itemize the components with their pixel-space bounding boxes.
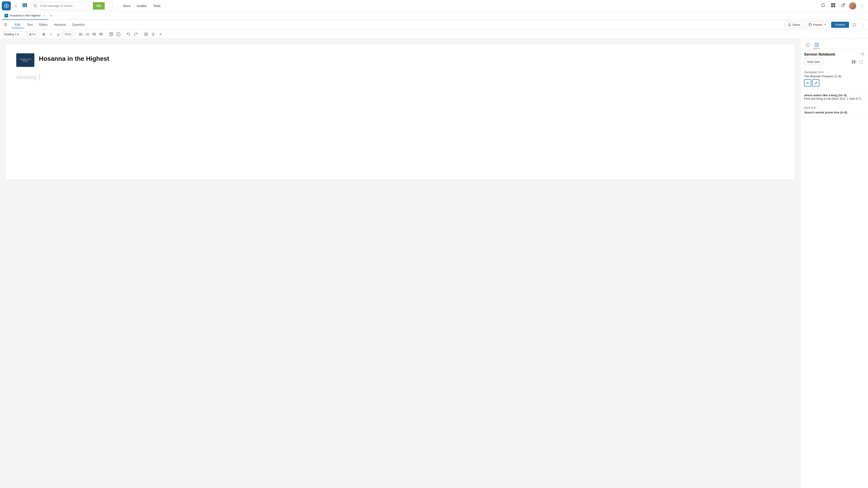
svg-rect-8 <box>833 3 835 5</box>
svg-line-6 <box>36 6 37 7</box>
editor-tab-section: Edit Text Slides Handout Question <box>12 22 88 28</box>
indent-decrease-icon <box>92 33 96 36</box>
export-button[interactable] <box>143 31 149 37</box>
indent-increase-button[interactable] <box>98 31 104 37</box>
note-content-3: Jesus's words prove true (4–6). <box>804 111 864 114</box>
export-icon <box>144 33 148 36</box>
doc-thumbnail: HOSANNA IN THE HIGHEST <box>16 53 34 67</box>
tab-title: Hosanna in the Highest <box>10 14 40 17</box>
tab-close-button[interactable]: × <box>42 13 46 18</box>
user-avatar[interactable] <box>849 2 856 9</box>
share-button[interactable]: Share <box>784 22 804 28</box>
indent-increase-icon <box>99 33 103 36</box>
import-icon <box>806 81 809 85</box>
menu-icon: ☰ <box>4 23 7 27</box>
search-input[interactable] <box>39 3 93 9</box>
toolbar-more-button[interactable]: ⋮ <box>860 22 866 28</box>
publish-button[interactable]: Publish <box>831 22 849 28</box>
font-size-selector[interactable]: A A ▾ <box>28 31 37 37</box>
sidebar-expand-button[interactable] <box>858 59 864 65</box>
nav-divider <box>118 2 118 9</box>
sidebar-search-button[interactable] <box>861 52 864 57</box>
go-button[interactable]: GO <box>93 2 105 9</box>
svg-line-53 <box>863 55 864 55</box>
share-icon <box>788 23 791 26</box>
undo-button[interactable] <box>125 31 132 37</box>
active-tab[interactable]: S Hosanna in the Highest × <box>2 12 49 20</box>
thumbnail-text: HOSANNA IN THE HIGHEST <box>18 58 33 62</box>
table-button[interactable] <box>108 31 114 37</box>
fill-in-button[interactable]: Fill-in <box>62 32 74 37</box>
note-import-button-1[interactable] <box>804 79 811 87</box>
info-button[interactable] <box>851 22 858 28</box>
preach-button[interactable]: Preach <box>805 22 829 28</box>
tab-handout[interactable]: Handout <box>51 22 69 28</box>
tab-text[interactable]: Text <box>24 22 36 28</box>
doc-header: HOSANNA IN THE HIGHEST Hosanna in the Hi… <box>16 53 784 67</box>
more-menu-button[interactable]: ⋮ <box>858 2 866 10</box>
search-icon <box>861 52 864 56</box>
new-note-button[interactable]: New note <box>804 59 823 65</box>
info-icon <box>852 23 856 27</box>
pin-button[interactable] <box>150 31 156 37</box>
unordered-list-button[interactable] <box>78 31 84 37</box>
tab-add-button[interactable]: + <box>49 14 54 18</box>
tools-button[interactable]: Tools <box>150 3 163 9</box>
underline-button[interactable]: U <box>55 31 61 37</box>
library-button[interactable] <box>21 2 29 10</box>
numbered-list-icon: 1. 2. 3. <box>86 33 89 36</box>
svg-rect-56 <box>852 62 853 64</box>
sidebar-info-tab[interactable] <box>804 41 811 49</box>
sidebar-notebook-tab[interactable] <box>813 41 820 49</box>
external-link-button[interactable] <box>839 2 847 10</box>
svg-rect-57 <box>854 62 855 64</box>
note-entry-3[interactable]: Zech 9:9 Jesus's words prove true (4–6). <box>800 103 868 117</box>
indent-decrease-button[interactable] <box>91 31 97 37</box>
list-buttons: 1. 2. 3. <box>78 31 104 37</box>
tab-edit[interactable]: Edit <box>12 22 24 28</box>
italic-button[interactable]: I <box>48 31 54 37</box>
guides-button[interactable]: Guides <box>134 3 149 9</box>
view-toggle-icon <box>852 60 855 64</box>
svg-rect-9 <box>831 5 833 7</box>
note-entry-1[interactable]: Zechariah 14:4 The Messiah Prepares (1–6… <box>800 68 868 90</box>
redo-icon <box>134 33 138 36</box>
tab-doc-icon: S <box>4 14 8 18</box>
bold-button[interactable]: B <box>41 31 47 37</box>
redo-button[interactable] <box>133 31 139 37</box>
note-body-2: Find and bring a colt (Num 19:2; 1 Sam 6… <box>804 97 864 100</box>
refresh-button[interactable] <box>819 2 827 10</box>
docs-button[interactable]: Docs <box>121 3 133 9</box>
nav-right: ⋮ <box>819 2 866 10</box>
preach-icon <box>809 23 812 26</box>
special-char-icon: ? <box>117 33 120 36</box>
layout-button[interactable] <box>829 2 837 10</box>
font-size-chevron: ▾ <box>34 33 35 36</box>
sidebar-toggle-button[interactable]: ☰ <box>2 21 9 29</box>
avatar-image <box>849 2 856 9</box>
tab-question[interactable]: Question <box>69 22 88 28</box>
note-edit-button-1[interactable] <box>812 79 819 87</box>
editor-area[interactable]: HOSANNA IN THE HIGHEST Hosanna in the Hi… <box>0 39 800 488</box>
clear-format-button[interactable]: ✕ <box>157 31 164 37</box>
font-size-icon: A <box>29 33 31 36</box>
note-entry-2[interactable]: Jesus enters like a king (1b–3). Find an… <box>800 90 868 103</box>
home-button[interactable]: ⌂ <box>12 2 20 10</box>
app-logo[interactable] <box>2 1 11 10</box>
external-link-icon <box>841 3 845 8</box>
special-button[interactable]: ? <box>115 31 122 37</box>
svg-rect-54 <box>852 60 853 62</box>
ordered-list-button[interactable]: 1. 2. 3. <box>84 31 91 37</box>
svg-line-58 <box>816 82 817 83</box>
tab-slides[interactable]: Slides <box>36 22 51 28</box>
notebook-icon <box>815 43 819 47</box>
heading-select[interactable]: Heading 1 ▾ <box>2 32 27 37</box>
sidebar-view-toggle[interactable]: ▾ <box>851 59 857 65</box>
sidebar-title: Sermon Notebook <box>804 53 835 57</box>
search-container: GO <box>32 2 113 10</box>
heading-placeholder[interactable]: Heading 1 <box>16 74 784 80</box>
svg-point-21 <box>79 34 80 35</box>
document-paper: HOSANNA IN THE HIGHEST Hosanna in the Hi… <box>5 44 795 180</box>
note-content-2: Jesus enters like a king (1b–3). Find an… <box>804 94 864 100</box>
heading-select-value: Heading 1 <box>4 33 16 36</box>
